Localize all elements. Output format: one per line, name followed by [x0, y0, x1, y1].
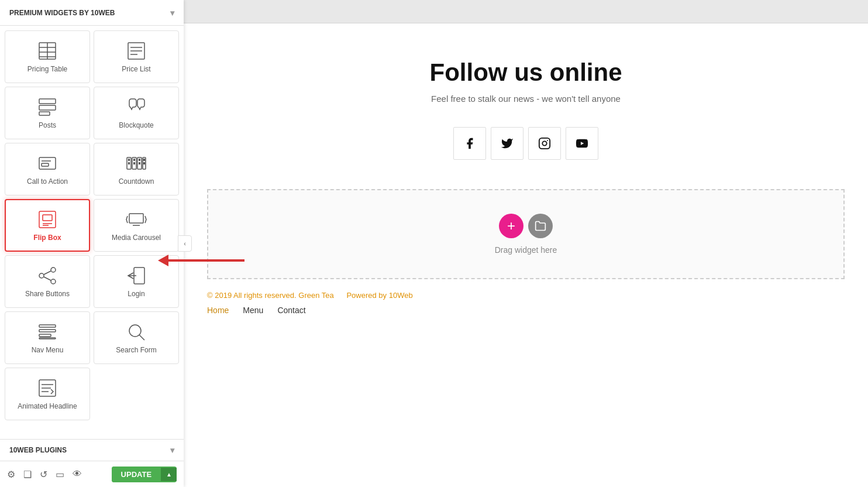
follow-title: Follow us online: [207, 59, 845, 87]
widget-label-flip-box: Flip Box: [33, 234, 61, 242]
widget-price-list[interactable]: Price List: [94, 30, 179, 83]
svg-line-36: [44, 271, 51, 275]
footer-nav-menu[interactable]: Menu: [243, 306, 263, 315]
facebook-button[interactable]: [453, 127, 486, 160]
countdown-icon: [126, 153, 147, 174]
widget-label-pricing-table: Pricing Table: [27, 65, 67, 73]
cta-icon: [37, 153, 58, 174]
svg-rect-20: [133, 162, 135, 164]
facebook-icon: [463, 137, 476, 150]
svg-rect-19: [133, 159, 135, 161]
svg-rect-23: [139, 162, 140, 164]
plugins-section-label: 10WEB PLUGINS: [9, 446, 67, 454]
share-buttons-icon: [37, 265, 58, 286]
widget-label-login: Login: [128, 290, 144, 298]
svg-point-34: [39, 273, 44, 278]
add-widget-button[interactable]: +: [499, 214, 523, 238]
twitter-button[interactable]: [491, 127, 523, 160]
follow-section: Follow us online Feel free to stalk our …: [184, 23, 868, 189]
settings-icon[interactable]: ⚙: [7, 469, 15, 480]
drop-zone: + Drag widget here: [207, 189, 845, 279]
widget-label-countdown: Countdown: [119, 177, 154, 186]
widget-label-posts: Posts: [39, 121, 56, 129]
widget-posts[interactable]: Posts: [5, 87, 90, 139]
sidebar: PREMIUM WIDGETS BY 10WEB ▾ Pricing Table: [0, 0, 184, 487]
widget-pricing-table[interactable]: Pricing Table: [5, 30, 90, 83]
follow-subtitle: Feel free to stalk our news - we won't t…: [207, 94, 845, 104]
widget-label-animated-headline: Animated Headline: [18, 402, 77, 410]
instagram-button[interactable]: [528, 127, 561, 160]
svg-rect-42: [39, 334, 51, 337]
svg-line-37: [44, 277, 51, 280]
page-footer: © 2019 All rights reserved. Green Tea Po…: [184, 279, 868, 327]
widget-label-carousel: Media Carousel: [112, 234, 161, 242]
powered-by: Powered by 10Web: [346, 291, 412, 300]
widget-media-carousel[interactable]: Media Carousel: [94, 199, 179, 252]
svg-rect-17: [128, 162, 130, 164]
widget-search-form[interactable]: Search Form: [94, 311, 179, 364]
widget-label-nav-menu: Nav Menu: [32, 346, 64, 354]
svg-point-35: [51, 279, 56, 284]
widget-label-cta: Call to Action: [27, 177, 68, 186]
youtube-button[interactable]: [566, 127, 598, 160]
footer-nav: Home Menu Contact: [207, 306, 845, 315]
nav-menu-icon: [37, 321, 58, 342]
sidebar-widget-list: Pricing Table Price List Po: [0, 26, 184, 439]
sidebar-bottom-bar: ⚙ ❑ ↺ ▭ 👁 UPDATE ▲: [0, 461, 184, 487]
animated-headline-icon: [37, 378, 58, 399]
arrow-pointer: [158, 255, 244, 266]
svg-line-45: [139, 335, 144, 340]
update-dropdown-arrow[interactable]: ▲: [161, 468, 177, 481]
plugins-section-header[interactable]: 10WEB PLUGINS ▾: [0, 439, 184, 461]
widget-animated-headline[interactable]: Animated Headline: [5, 368, 90, 420]
widget-label-price-list: Price List: [122, 65, 150, 73]
page-content: Follow us online Feel free to stalk our …: [184, 23, 868, 487]
carousel-icon: [126, 209, 147, 230]
svg-rect-14: [42, 163, 49, 166]
widget-flip-box[interactable]: Flip Box: [5, 199, 90, 252]
sidebar-collapse-button[interactable]: ‹: [178, 235, 192, 252]
widget-nav-menu[interactable]: Nav Menu: [5, 311, 90, 364]
widget-call-to-action[interactable]: Call to Action: [5, 143, 90, 196]
drop-text: Drag widget here: [495, 245, 557, 255]
preview-icon[interactable]: 👁: [73, 469, 82, 479]
folder-icon: [535, 220, 546, 232]
layers-icon[interactable]: ❑: [23, 469, 32, 480]
svg-rect-41: [39, 330, 56, 332]
svg-rect-10: [39, 105, 56, 110]
update-label: UPDATE: [112, 467, 161, 482]
responsive-icon[interactable]: ▭: [56, 469, 64, 480]
search-form-icon: [126, 321, 147, 342]
pricing-table-icon: [37, 40, 58, 61]
svg-rect-40: [39, 325, 56, 327]
main-content: Follow us online Feel free to stalk our …: [184, 0, 868, 487]
arrow-head: [158, 255, 168, 266]
widget-share-buttons[interactable]: Share Buttons: [5, 255, 90, 308]
footer-nav-home[interactable]: Home: [207, 306, 229, 315]
bottom-icon-group: ⚙ ❑ ↺ ▭ 👁: [7, 469, 82, 480]
svg-rect-11: [39, 112, 50, 115]
arrow-line: [168, 259, 244, 262]
blockquote-icon: [126, 97, 147, 118]
instagram-icon: [538, 137, 551, 150]
svg-rect-31: [129, 214, 143, 223]
sidebar-collapse-icon[interactable]: ▾: [170, 8, 174, 18]
social-icons-group: [207, 127, 845, 160]
update-button[interactable]: UPDATE ▲: [112, 467, 177, 482]
svg-rect-26: [143, 162, 145, 164]
widget-blockquote[interactable]: Blockquote: [94, 87, 179, 139]
footer-nav-contact[interactable]: Contact: [277, 306, 305, 315]
svg-rect-25: [143, 159, 145, 161]
widget-countdown[interactable]: Countdown: [94, 143, 179, 196]
svg-rect-22: [139, 159, 140, 161]
widget-grid: Pricing Table Price List Po: [5, 30, 179, 420]
sidebar-title: PREMIUM WIDGETS BY 10WEB: [9, 9, 115, 17]
posts-icon: [37, 97, 58, 118]
svg-rect-28: [43, 215, 52, 221]
widget-label-blockquote: Blockquote: [119, 121, 153, 129]
history-icon[interactable]: ↺: [40, 469, 47, 480]
svg-point-33: [51, 267, 56, 272]
svg-rect-16: [128, 159, 130, 161]
copyright-text: © 2019 All rights reserved. Green Tea: [207, 291, 334, 300]
add-template-button[interactable]: [528, 214, 553, 238]
